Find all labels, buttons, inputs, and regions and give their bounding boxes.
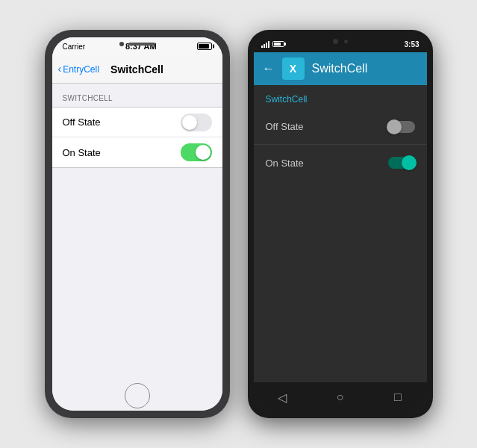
ios-table: Off State On State bbox=[52, 107, 222, 168]
android-battery-fill bbox=[274, 43, 281, 46]
android-page-title: SwitchCell bbox=[312, 62, 368, 75]
android-time: 3:53 bbox=[404, 40, 419, 49]
android-toggle-thumb-off bbox=[387, 119, 402, 134]
android-section-label: SwitchCell bbox=[254, 85, 427, 109]
ios-toggle-on[interactable] bbox=[181, 143, 212, 161]
android-home-nav-button[interactable]: ○ bbox=[328, 385, 352, 409]
android-camera-dot bbox=[333, 39, 338, 44]
ios-phone: Carrier 8:37 AM ‹ EntryCell SwitchCell S… bbox=[45, 30, 230, 418]
ios-back-button[interactable]: ‹ EntryCell bbox=[58, 64, 99, 75]
ios-page-title: SwitchCell bbox=[110, 63, 163, 75]
ios-section-header: SWITCHCELL bbox=[52, 84, 222, 107]
ios-back-label: EntryCell bbox=[63, 64, 99, 75]
android-back-button[interactable]: ← bbox=[263, 62, 275, 75]
ios-battery-icon bbox=[197, 43, 212, 50]
android-signal-icon bbox=[261, 40, 269, 48]
ios-toggle-thumb-off bbox=[182, 115, 197, 130]
ios-battery-fill bbox=[199, 44, 209, 49]
android-status-left bbox=[261, 40, 284, 48]
android-toggle-thumb-on bbox=[402, 155, 417, 170]
android-top-bar: ← X SwitchCell bbox=[254, 52, 427, 85]
ios-off-label: Off State bbox=[63, 116, 101, 128]
ios-home-bar bbox=[52, 381, 222, 411]
ios-speaker bbox=[128, 43, 155, 46]
android-content: SwitchCell Off State On State bbox=[254, 85, 427, 382]
ios-status-bar: Carrier 8:37 AM bbox=[52, 37, 222, 55]
android-toggle-off[interactable] bbox=[388, 121, 415, 133]
ios-toggle-off[interactable] bbox=[181, 113, 212, 131]
ios-home-button[interactable] bbox=[125, 383, 150, 408]
android-front-camera bbox=[333, 39, 348, 44]
android-on-label: On State bbox=[266, 158, 304, 169]
ios-row-on: On State bbox=[52, 137, 222, 167]
android-row-on: On State bbox=[254, 145, 427, 181]
ios-row-off: Off State bbox=[52, 108, 222, 137]
ios-toggle-thumb-on bbox=[196, 145, 211, 160]
ios-screen: Carrier 8:37 AM ‹ EntryCell SwitchCell S… bbox=[52, 37, 222, 411]
android-speaker-dot bbox=[344, 40, 348, 43]
ios-camera-dot bbox=[119, 42, 124, 46]
ios-content: SWITCHCELL Off State On State bbox=[52, 84, 222, 381]
android-nav-bar: ◁ ○ □ bbox=[254, 382, 427, 412]
android-back-nav-button[interactable]: ◁ bbox=[270, 385, 294, 409]
android-battery-icon bbox=[272, 41, 284, 47]
android-status-right: 3:53 bbox=[404, 40, 419, 49]
android-app-icon: X bbox=[282, 57, 305, 80]
android-off-label: Off State bbox=[266, 121, 304, 132]
ios-on-label: On State bbox=[63, 147, 101, 158]
ios-front-camera bbox=[119, 42, 155, 46]
android-screen: 3:53 ← X SwitchCell SwitchCell Off State… bbox=[254, 36, 427, 412]
android-row-off: Off State bbox=[254, 109, 427, 145]
android-toggle-on[interactable] bbox=[388, 157, 415, 169]
android-recent-nav-button[interactable]: □ bbox=[386, 385, 410, 409]
ios-carrier: Carrier bbox=[63, 43, 86, 51]
ios-nav-bar: ‹ EntryCell SwitchCell bbox=[52, 55, 222, 84]
android-phone: 3:53 ← X SwitchCell SwitchCell Off State… bbox=[248, 30, 433, 418]
ios-chevron-icon: ‹ bbox=[58, 63, 62, 74]
